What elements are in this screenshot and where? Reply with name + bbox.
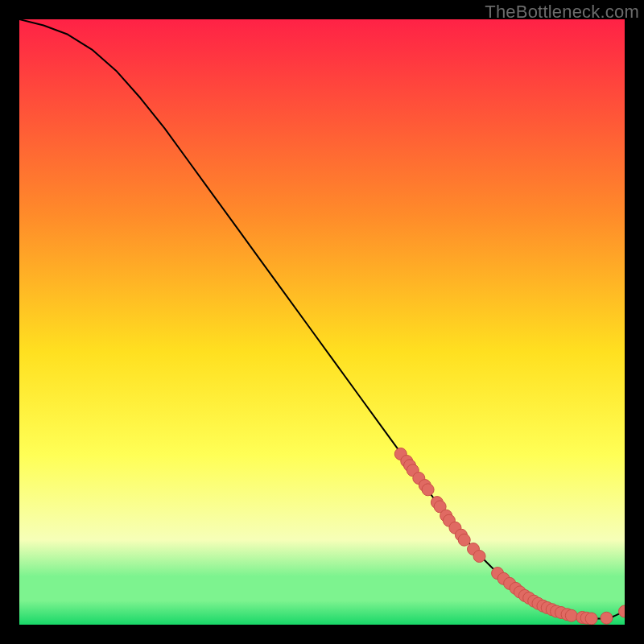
scatter-point xyxy=(458,534,470,546)
scatter-point xyxy=(585,613,597,625)
gradient-background xyxy=(19,19,625,625)
plot-area xyxy=(19,19,625,625)
scatter-point xyxy=(422,484,434,496)
chart-stage: TheBottleneck.com xyxy=(0,0,644,644)
scatter-point xyxy=(601,612,613,624)
plot-svg xyxy=(19,19,625,625)
scatter-point xyxy=(473,551,485,563)
scatter-point xyxy=(565,609,577,621)
